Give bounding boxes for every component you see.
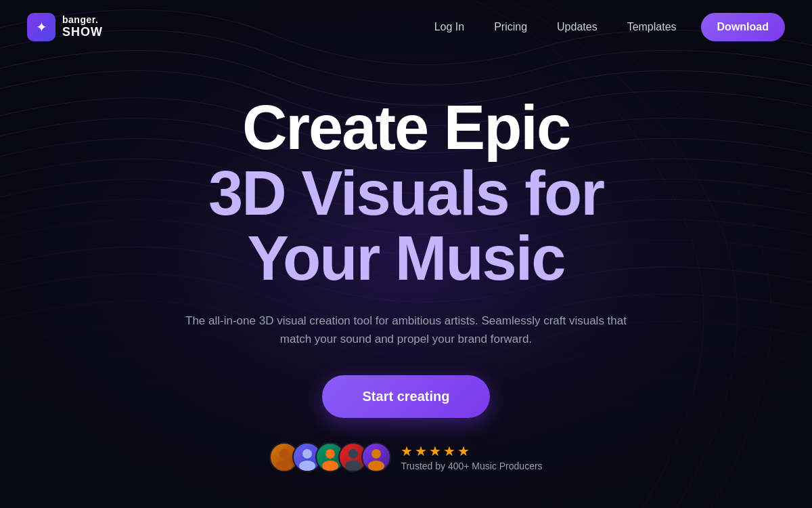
svg-point-7: [322, 461, 338, 471]
start-creating-button[interactable]: Start creating: [322, 375, 491, 418]
svg-point-4: [302, 449, 312, 459]
svg-point-8: [348, 449, 358, 459]
nav-updates[interactable]: Updates: [545, 14, 610, 40]
star-4: ★: [443, 443, 455, 459]
navbar: ✦ banger. SHOW Log In Pricing Updates Te…: [0, 0, 812, 54]
hero-section: Create Epic 3D Visuals for Your Music Th…: [0, 54, 812, 472]
nav-links: Log In Pricing Updates Templates Downloa…: [422, 13, 785, 41]
star-1: ★: [401, 443, 413, 459]
svg-point-2: [279, 449, 289, 459]
logo-show: SHOW: [62, 26, 103, 39]
hero-subtitle: The all-in-one 3D visual creation tool f…: [169, 312, 643, 348]
trust-label: Trusted by 400+ Music Producers: [401, 461, 542, 471]
proof-text: ★ ★ ★ ★ ★ Trusted by 400+ Music Producer…: [401, 443, 542, 471]
svg-point-11: [368, 461, 384, 471]
logo[interactable]: ✦ banger. SHOW: [27, 13, 103, 41]
svg-point-9: [345, 461, 361, 471]
hero-title-line3: Your Music: [208, 226, 604, 291]
svg-point-5: [299, 461, 315, 471]
logo-text: banger. SHOW: [62, 15, 103, 39]
star-5: ★: [457, 443, 470, 459]
logo-icon: ✦: [27, 13, 55, 41]
hero-title-line1: Create Epic: [208, 95, 604, 161]
nav-pricing[interactable]: Pricing: [482, 14, 539, 40]
logo-star: ✦: [36, 19, 47, 35]
hero-title-line2: 3D Visuals for: [208, 161, 604, 226]
social-proof: ★ ★ ★ ★ ★ Trusted by 400+ Music Producer…: [269, 442, 542, 472]
hero-title: Create Epic 3D Visuals for Your Music: [208, 95, 604, 291]
star-2: ★: [415, 443, 427, 459]
svg-point-6: [325, 449, 335, 459]
svg-point-10: [371, 449, 381, 459]
star-3: ★: [429, 443, 441, 459]
nav-templates[interactable]: Templates: [615, 14, 689, 40]
logo-banger: banger.: [62, 15, 103, 25]
star-rating: ★ ★ ★ ★ ★: [401, 443, 470, 459]
nav-login[interactable]: Log In: [422, 14, 476, 40]
avatar-5: [361, 442, 391, 472]
svg-point-3: [276, 461, 292, 471]
download-button[interactable]: Download: [701, 13, 785, 41]
avatar-stack: [269, 442, 391, 472]
